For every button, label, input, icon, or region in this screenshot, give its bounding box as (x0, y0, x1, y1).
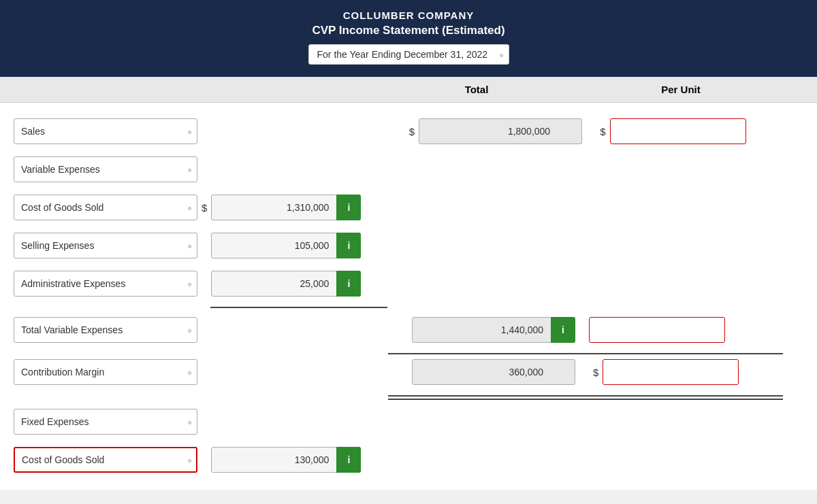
variable-expenses-label-select[interactable]: Variable Expenses (14, 156, 197, 182)
total-variable-row: Total Variable Expenses i (14, 315, 803, 345)
fixed-expenses-label-wrapper[interactable]: Fixed Expenses (14, 409, 197, 435)
total-var-line1 (388, 353, 783, 354)
company-name: COLLUMBER COMPANY (14, 10, 803, 21)
col-spacer (14, 84, 395, 95)
selling-expenses-label-select[interactable]: Selling Expenses (14, 233, 197, 258)
contribution-line2 (388, 399, 783, 400)
cogs-variable-input-cell: i (211, 195, 361, 220)
total-variable-info-btn[interactable]: i (551, 317, 575, 343)
total-var-underline1 (14, 353, 803, 354)
sales-dollar: $ (409, 126, 415, 137)
selling-expenses-label-wrapper[interactable]: Selling Expenses (14, 233, 197, 258)
contribution-margin-perunit-dollar: $ (593, 367, 598, 378)
column-headers: Total Per Unit (0, 77, 817, 103)
admin-underline-row (14, 307, 803, 308)
cogs-variable-label-select[interactable]: Cost of Goods Sold (14, 195, 197, 220)
cogs-variable-info-btn[interactable]: i (336, 195, 361, 220)
contribution-margin-perunit-input[interactable] (603, 359, 739, 385)
contribution-margin-total-cell (412, 359, 575, 385)
cogs-fixed-label-select[interactable]: Cost of Goods Sold (14, 447, 197, 473)
cogs-variable-dollar: $ (202, 202, 207, 214)
cogs-fixed-label-wrapper[interactable]: Cost of Goods Sold (14, 447, 197, 473)
cogs-fixed-input-cell: i (211, 447, 361, 473)
sales-label-wrapper[interactable]: Sales (14, 118, 197, 144)
sales-perunit-dollar: $ (600, 126, 605, 137)
selling-expenses-input-cell: i (211, 233, 361, 258)
admin-expenses-label-wrapper[interactable]: Administrative Expenses (14, 271, 197, 297)
admin-underline (210, 307, 387, 308)
income-statement-content: Sales $ $ Variable Expenses Cost of Good… (0, 103, 817, 490)
total-variable-perunit-input[interactable] (589, 317, 725, 343)
contribution-margin-input[interactable] (412, 359, 575, 385)
admin-expenses-label-select[interactable]: Administrative Expenses (14, 271, 197, 297)
col-header-total: Total (395, 84, 558, 95)
admin-expenses-info-btn[interactable]: i (336, 271, 361, 297)
selling-expenses-row: Selling Expenses $ i (14, 231, 803, 261)
fixed-expenses-row: Fixed Expenses (14, 407, 803, 437)
variable-expenses-label-wrapper[interactable]: Variable Expenses (14, 156, 197, 182)
contribution-line1 (388, 395, 783, 397)
contribution-margin-label-wrapper[interactable]: Contribution Margin (14, 359, 197, 385)
period-select-wrapper[interactable]: For the Year Ending December 31, 2022 (308, 44, 509, 65)
cogs-fixed-info-btn[interactable]: i (336, 447, 361, 473)
cogs-fixed-row: Cost of Goods Sold $ i (14, 445, 803, 475)
sales-total-input[interactable] (419, 118, 582, 144)
total-variable-perunit-cell (575, 317, 803, 343)
admin-expenses-row: Administrative Expenses $ i (14, 269, 803, 299)
selling-expenses-info-btn[interactable]: i (336, 233, 361, 258)
col-header-perunit: Per Unit (558, 84, 803, 95)
cogs-variable-row: Cost of Goods Sold $ i (14, 192, 803, 222)
contribution-double-underline (14, 395, 803, 400)
total-variable-label-wrapper[interactable]: Total Variable Expenses (14, 317, 197, 343)
period-select[interactable]: For the Year Ending December 31, 2022 (308, 44, 509, 65)
variable-expenses-row: Variable Expenses (14, 154, 803, 184)
sales-perunit-cell: $ (582, 118, 803, 144)
sales-total-cell (419, 118, 582, 144)
sales-perunit-input[interactable] (610, 118, 746, 144)
contribution-margin-perunit-cell: $ (575, 359, 803, 385)
contribution-margin-row: Contribution Margin $ (14, 357, 803, 387)
cogs-variable-label-wrapper[interactable]: Cost of Goods Sold (14, 195, 197, 220)
total-variable-total-cell: i (412, 317, 575, 343)
page-header: COLLUMBER COMPANY CVP Income Statement (… (0, 0, 817, 77)
statement-title: CVP Income Statement (Estimated) (14, 24, 803, 37)
total-variable-label-select[interactable]: Total Variable Expenses (14, 317, 197, 343)
contribution-margin-label-select[interactable]: Contribution Margin (14, 359, 197, 385)
admin-expenses-input-cell: i (211, 271, 361, 297)
sales-label-select[interactable]: Sales (14, 118, 197, 144)
fixed-expenses-label-select[interactable]: Fixed Expenses (14, 409, 197, 435)
sales-row: Sales $ $ (14, 116, 803, 146)
